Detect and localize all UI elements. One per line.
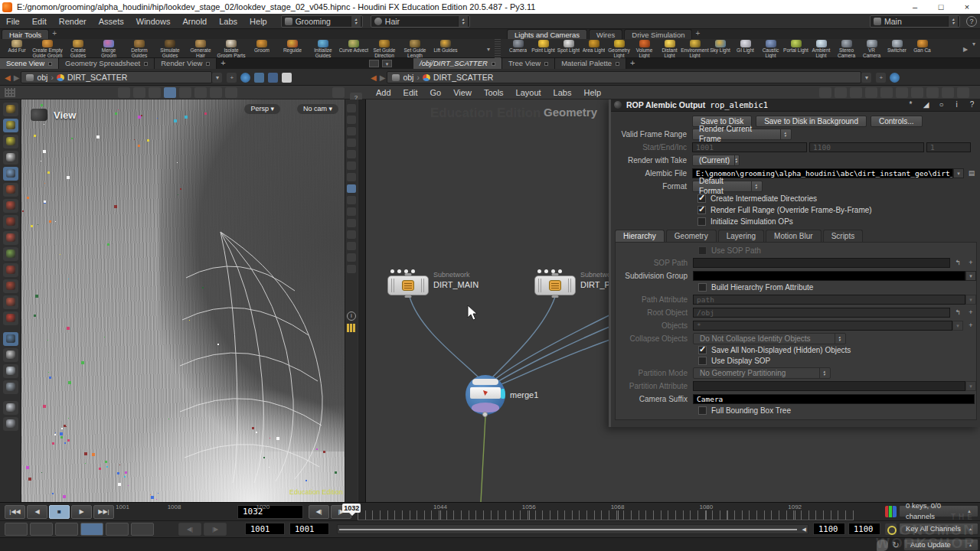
param-tab-hierarchy[interactable]: Hierarchy [615,230,665,242]
shelf-tool-create-guides[interactable]: Create Guides [63,39,93,58]
display-option-icon[interactable] [347,161,356,170]
shelf-tool-switcher[interactable]: Switcher [884,39,910,58]
network-list-icon[interactable] [850,87,862,98]
shelf-tool-camera[interactable]: Camera [505,39,531,58]
add-pane-tab-button[interactable]: + [217,58,229,69]
root-object-field[interactable]: /obj [693,308,950,318]
node-merge1[interactable] [466,375,505,415]
help-icon[interactable]: ? [966,16,977,27]
info-icon[interactable]: i [952,100,962,109]
menu-edit[interactable]: Edit [26,14,53,29]
display-options-icon[interactable] [282,73,292,83]
show-geometry-icon[interactable] [3,103,18,116]
path-root[interactable]: obj [403,73,413,82]
pane-menu-icon[interactable]: ▾ [382,60,392,67]
select-mode-icon[interactable] [268,73,278,83]
shelf-tool-caustic-light[interactable]: Caustic Light [758,39,783,58]
range-start-jump-icon[interactable]: ◀| [178,523,201,536]
shelf-tool-sky-light[interactable]: Sky Light [707,39,733,58]
box-pick-icon[interactable] [179,87,191,98]
menu-arnold[interactable]: Arnold [176,14,213,29]
pin-icon[interactable]: + [227,73,237,83]
network-menu-tools[interactable]: Tools [478,86,510,99]
init-sim-checkbox[interactable] [697,217,706,226]
network-search-icon[interactable] [957,87,969,98]
nav-forward-icon[interactable]: ▶ [380,73,386,82]
shelf-tool-gan-ca[interactable]: Gan Ca [910,39,935,58]
comb-tool-icon[interactable] [3,199,18,213]
pane-tab-menu-icon[interactable] [206,62,210,66]
jump-to-operator-icon[interactable]: ↰ [952,258,963,268]
play-button[interactable]: ▶ [71,505,92,519]
shelf-tool-reguide[interactable]: Reguide [277,39,308,58]
desktop-dropdown[interactable]: Main ▴▾ [870,15,960,28]
shelf-tool-add-fur[interactable]: Add Fur [2,39,32,58]
shelf-tool-area-light[interactable]: Area Light [581,39,606,58]
spinner-icon[interactable]: ▴▾ [351,16,361,27]
display-option-icon[interactable] [347,139,356,147]
hair-shelf-dropdown[interactable]: Hair ▴▾ [371,15,470,28]
snapshot-icon[interactable] [896,87,908,98]
menu-render[interactable]: Render [53,14,93,29]
pane-tab-menu-icon[interactable] [616,62,619,66]
shelf-tool-simulate-guides[interactable]: Simulate Guides [155,39,185,58]
network-menu-help[interactable]: Help [577,86,607,99]
menu-windows[interactable]: Windows [130,14,177,29]
current-frame-field[interactable]: 1032 [237,505,303,519]
path-attribute-field[interactable]: path [693,295,965,305]
shelf-tool-set-guide-length[interactable]: Set Guide Length [400,39,430,58]
end-field[interactable]: 1100 [809,142,924,152]
global-animation-options-icon[interactable] [80,523,103,536]
link-icon[interactable] [890,73,900,83]
toolbar-grip-icon[interactable] [5,88,15,97]
param-tab-motion-blur[interactable]: Motion Blur [766,230,822,242]
node-input-connector[interactable] [552,273,559,276]
path-node[interactable]: DIRT_SCATTER [433,73,493,82]
bounding-box-checkbox[interactable] [698,406,707,415]
range-end-handle[interactable]: ◀ [802,527,806,533]
scene-viewport[interactable]: View Persp ▾ No cam ▾ Education Edition [21,99,345,502]
network-menu-view[interactable]: View [447,86,478,99]
shelf-overflow-icon[interactable]: ▾ [487,46,490,53]
param-tab-layering[interactable]: Layering [718,230,764,242]
display-hand-icon[interactable] [3,401,18,415]
dropdown-icon[interactable]: ▾ [952,321,963,331]
shelf-splitter[interactable] [495,39,501,58]
sim-cache-icon[interactable] [55,523,78,536]
collapse-objects-dropdown[interactable]: Do Not Collapse Identity Objects▴▾ [693,333,846,344]
shelf-tool-gi-light[interactable]: GI Light [733,39,758,58]
nav-back-icon[interactable]: ◀ [371,73,377,82]
pane-tab-render-view[interactable]: Render View [155,58,217,69]
shelf-tool-vr-camera[interactable]: VR Camera [859,39,884,58]
display-option-icon[interactable] [347,219,356,227]
nav-forward-icon[interactable]: ▶ [14,73,20,82]
node-dirt-parts[interactable] [534,276,576,295]
use-sop-path-checkbox[interactable] [698,246,707,255]
file-chooser-icon[interactable]: ▤ [966,168,977,178]
range-end-field[interactable]: 1100 [813,523,845,535]
camera-dropdown[interactable]: No cam ▾ [297,104,338,114]
view-tumble-icon[interactable] [118,87,130,98]
channels-icon[interactable] [885,506,897,517]
pane-tab-menu-icon[interactable] [48,62,52,66]
message-bubble-icon[interactable] [877,540,888,551]
shelf-tool-point-light[interactable]: Point Light [531,39,556,58]
shelf-tool-environment-light[interactable]: Environment Light [682,39,707,58]
brush-icon[interactable]: ◢ [921,100,931,109]
node-picker-icon[interactable]: + [965,258,976,268]
network-editor[interactable]: Education Edition Geometry Subnetwork DI… [366,99,980,502]
global-start-field[interactable]: 1001 [245,523,285,535]
layout-icon[interactable] [332,87,345,98]
pane-tab-tree-view[interactable]: Tree View [502,58,555,69]
step-back-button[interactable]: ◀| [309,505,329,519]
background-image-icon[interactable] [926,87,939,98]
grooming-shelf-dropdown[interactable]: Grooming ▴▾ [281,15,363,28]
node-name-label[interactable]: merge1 [510,390,538,399]
network-menu-go[interactable]: Go [424,86,448,99]
pane-tab-scene-view[interactable]: Scene View [0,58,59,69]
display-option-icon[interactable] [347,253,356,262]
audio-options-icon[interactable] [30,523,53,536]
translate-handle-icon[interactable] [149,87,161,98]
shelf-tool-generate-hair[interactable]: Generate Hair [185,39,216,58]
go-start-button[interactable]: |◀◀ [5,505,25,519]
